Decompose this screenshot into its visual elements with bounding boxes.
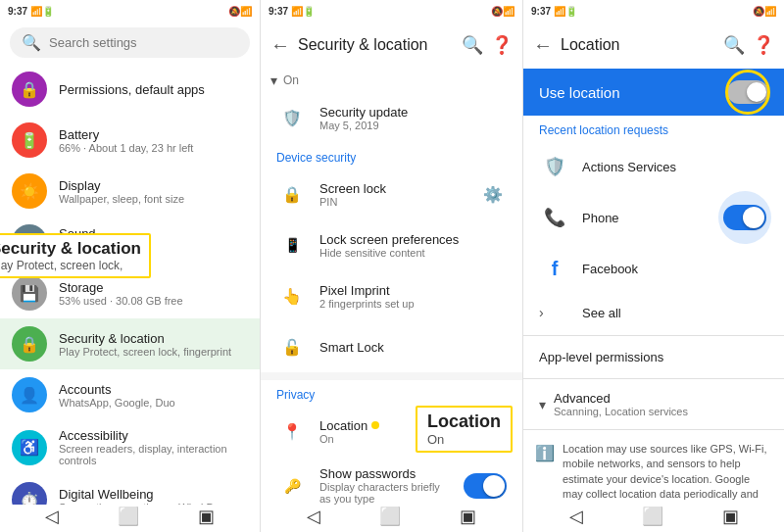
loc-info-text: Location may use sources like GPS, Wi-Fi… (563, 442, 772, 505)
location-item-wrapper: 📍 Location On Location On (261, 406, 522, 457)
home-button-3[interactable]: ⬜ (642, 506, 663, 527)
info-icon: ℹ️ (535, 444, 555, 462)
sec-item-lockpref[interactable]: 📱 Lock screen preferences Hide sensitive… (261, 219, 522, 270)
loc-item-see-all[interactable]: › See all (523, 294, 784, 331)
device-security-header: Device security (261, 143, 522, 169)
wellbeing-icon: ⏱️ (12, 482, 47, 505)
loc-item-app-perms[interactable]: App-level permissions (523, 340, 784, 374)
accounts-icon: 👤 (12, 377, 47, 412)
sec-item-imprint[interactable]: 👆 Pixel Imprint 2 fingerprints set up (261, 270, 522, 321)
status-bar-1: 9:37 📶🔋 🔕📶 (0, 0, 260, 22)
panel-location: 9:37 📶🔋 🔕📶 ← Location 🔍 ❓ Use location (523, 0, 784, 532)
settings-item-wellbeing[interactable]: ⏱️ Digital Wellbeing Screen time, app ti… (0, 474, 260, 505)
loc-divider-3 (523, 429, 784, 430)
imprint-icon: 👆 (276, 280, 308, 312)
loc-divider-2 (523, 378, 784, 379)
settings-item-permissions[interactable]: 🔒 Permissions, default apps (0, 64, 260, 115)
panel-main-settings: 9:37 📶🔋 🔕📶 🔍 🔒 Permissions, default apps… (0, 0, 261, 532)
sec-item-update[interactable]: 🛡️ Security update May 5, 2019 (261, 92, 522, 143)
imprint-text: Pixel Imprint 2 fingerprints set up (319, 283, 507, 310)
display-text: Display Wallpaper, sleep, font size (59, 178, 184, 205)
see-all-chevron: › (539, 305, 544, 320)
actions-icon: 🛡️ (539, 151, 570, 182)
lockpref-text: Lock screen preferences Hide sensitive c… (319, 232, 507, 259)
loc-item-actions[interactable]: 🛡️ Actions Services (523, 141, 784, 192)
screenlock-text: Screen lock PIN (319, 181, 467, 208)
recents-button-1[interactable]: ▣ (198, 506, 215, 527)
permissions-text: Permissions, default apps (59, 82, 205, 97)
wellbeing-text: Digital Wellbeing Screen time, app timer… (59, 487, 234, 506)
back-button-3[interactable]: ← (533, 34, 553, 57)
lockpref-icon: 📱 (276, 229, 308, 261)
security-top-bar: ← Security & location 🔍 ❓ (261, 22, 522, 69)
update-icon: 🛡️ (276, 102, 308, 133)
use-location-text: Use location (539, 84, 719, 101)
settings-list: 🔒 Permissions, default apps 🔋 Battery 66… (0, 64, 260, 505)
use-location-toggle-wrapper[interactable] (727, 80, 768, 104)
back-button-3b[interactable]: ◁ (569, 506, 583, 527)
screenlock-icon: 🔒 (276, 178, 308, 210)
recents-button-2[interactable]: ▣ (460, 506, 476, 527)
phone-toggle-track[interactable] (723, 205, 766, 230)
home-button-1[interactable]: ⬜ (118, 506, 139, 527)
status-time-1: 9:37 📶🔋 (8, 6, 54, 17)
loc-divider-1 (523, 335, 784, 336)
loc-advanced-text: Advanced Scanning, Location services (554, 391, 768, 417)
update-text: Security update May 5, 2019 (319, 105, 507, 131)
security-icon: 🔒 (12, 326, 47, 362)
facebook-icon: f (539, 253, 570, 284)
help-icon-3[interactable]: ❓ (753, 34, 774, 56)
see-all-text: See all (582, 306, 768, 320)
sec-item-screenlock[interactable]: 🔒 Screen lock PIN ⚙️ (261, 169, 522, 219)
app-perms-text: App-level permissions (539, 350, 768, 364)
show-passwords-toggle[interactable] (464, 473, 507, 499)
loc-item-advanced[interactable]: ▾ Advanced Scanning, Location services (523, 383, 784, 425)
gear-icon-screenlock[interactable]: ⚙️ (479, 180, 507, 208)
accessibility-icon: ♿ (12, 430, 47, 465)
settings-item-accessibility[interactable]: ♿ Accessibility Screen readers, display,… (0, 420, 260, 474)
use-location-toggle[interactable] (727, 80, 768, 104)
location-top-bar: ← Location 🔍 ❓ (523, 22, 784, 69)
use-location-bar: Use location (523, 69, 784, 116)
sound-text: Sound Volume, vibr... Security & locatio… (59, 226, 126, 259)
home-button-2[interactable]: ⬜ (379, 506, 401, 527)
recents-button-3[interactable]: ▣ (722, 506, 739, 527)
phone-text: Phone (582, 211, 710, 225)
actions-text: Actions Services (582, 160, 768, 174)
search-bar[interactable]: 🔍 (10, 27, 250, 58)
status-bar-2: 9:37 📶🔋 🔕📶 (261, 0, 522, 22)
accounts-text: Accounts WhatsApp, Google, Duo (59, 382, 175, 409)
help-icon[interactable]: ❓ (491, 34, 513, 56)
phone-toggle-thumb (743, 207, 764, 228)
location-highlight-box: Location On (416, 406, 513, 453)
back-button-1[interactable]: ◁ (45, 506, 59, 527)
location-dot (371, 421, 379, 429)
sec-item-passwords[interactable]: 🔑 Show passwords Display characters brie… (261, 457, 522, 505)
display-icon: ☀️ (12, 173, 47, 209)
storage-icon: 💾 (12, 275, 47, 311)
settings-item-security[interactable]: 🔒 Security & location Play Protect, scre… (0, 318, 260, 369)
settings-item-battery[interactable]: 🔋 Battery 66% · About 1 day, 23 hr left (0, 115, 260, 166)
search-input[interactable] (49, 35, 238, 50)
bottom-nav-2: ◁ ⬜ ▣ (261, 505, 522, 532)
search-icon-3[interactable]: 🔍 (723, 34, 745, 56)
back-button-2b[interactable]: ◁ (307, 506, 320, 527)
settings-item-accounts[interactable]: 👤 Accounts WhatsApp, Google, Duo (0, 369, 260, 420)
on-indicator: ▾ On (261, 69, 522, 92)
loc-item-facebook[interactable]: f Facebook (523, 243, 784, 294)
phone-toggle-wrapper[interactable] (721, 202, 768, 233)
smartlock-text: Smart Lock (319, 340, 507, 355)
loc-advanced-chevron: ▾ (539, 397, 546, 412)
security-title: Security & location (298, 36, 454, 54)
settings-item-sound[interactable]: 🔊 Sound Volume, vibr... Security & locat… (0, 217, 260, 267)
search-icon-2[interactable]: 🔍 (462, 34, 483, 56)
battery-icon: 🔋 (12, 122, 47, 158)
settings-item-display[interactable]: ☀️ Display Wallpaper, sleep, font size (0, 166, 260, 217)
back-button-2[interactable]: ← (270, 34, 290, 57)
security-text: Security & location Play Protect, screen… (59, 331, 231, 358)
loc-item-phone[interactable]: 📞 Phone (523, 192, 784, 243)
sec-item-smartlock[interactable]: 🔓 Smart Lock (261, 321, 522, 372)
privacy-divider (261, 372, 522, 380)
privacy-header: Privacy (261, 380, 522, 406)
bottom-nav-1: ◁ ⬜ ▣ (0, 505, 260, 532)
